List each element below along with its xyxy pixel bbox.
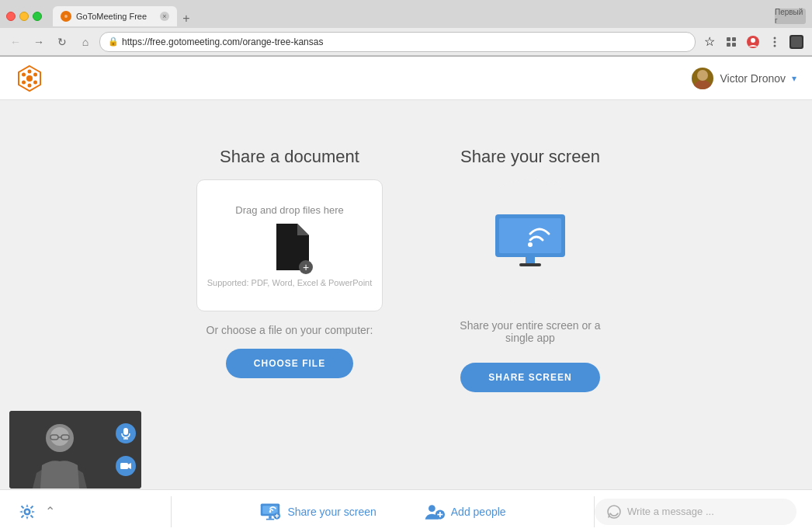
svg-rect-43: [269, 516, 272, 519]
menu-icon[interactable]: [765, 33, 784, 51]
share-screen-title: Share your screen: [460, 147, 600, 167]
camera-button[interactable]: [116, 456, 136, 476]
svg-point-39: [25, 509, 29, 514]
forward-button[interactable]: →: [29, 33, 48, 51]
share-screen-subtitle: Share your entire screen or a single app: [445, 319, 616, 344]
share-screen-section: Share your screen: [445, 147, 616, 392]
drop-zone-text: Drag and drop files here: [235, 204, 343, 216]
browser-nav-bar: ← → ↻ ⌂ 🔒 https://free.gotomeeting.com/o…: [0, 28, 812, 56]
user-menu[interactable]: Victor Dronov ▾: [692, 68, 796, 89]
user-chevron-icon: ▾: [792, 73, 796, 84]
tab-label: GoToMeeting Free: [76, 12, 147, 21]
svg-rect-37: [120, 463, 128, 469]
monitor-icon: [491, 210, 569, 273]
app-header: Victor Dronov ▾: [0, 57, 812, 100]
svg-point-10: [774, 44, 776, 47]
title-bar: GoToMeeting Free × + Первый г: [0, 0, 812, 28]
supported-text: Supported: PDF, Word, Excel & PowerPoint: [207, 278, 373, 287]
tab-bar: GoToMeeting Free × +: [53, 6, 194, 26]
add-people-label: Add people: [451, 506, 506, 518]
settings-gear-button[interactable]: [16, 500, 39, 523]
url-text: https://free.gotomeeting.com/orange-tree…: [122, 37, 323, 47]
svg-point-21: [693, 80, 712, 89]
tab-favicon: [61, 11, 71, 22]
svg-point-15: [28, 69, 32, 73]
bottom-left: ⌃: [16, 500, 171, 523]
add-people-button[interactable]: Add people: [423, 501, 506, 523]
svg-line-53: [609, 514, 609, 517]
bookmark-icon[interactable]: ☆: [700, 33, 719, 51]
back-button[interactable]: ←: [6, 33, 25, 51]
svg-rect-5: [732, 43, 736, 47]
svg-point-14: [26, 75, 33, 82]
svg-point-22: [697, 70, 708, 81]
bottom-right: Write a message ...: [595, 499, 796, 525]
new-tab-button[interactable]: +: [179, 11, 194, 26]
extra-icon[interactable]: [787, 33, 806, 51]
screen-circle: [468, 179, 592, 304]
video-preview: [9, 411, 141, 489]
svg-point-19: [22, 80, 26, 84]
share-document-section: Share a document Drag and drop files her…: [196, 147, 383, 378]
svg-point-7: [751, 38, 755, 43]
svg-rect-3: [732, 37, 736, 41]
svg-rect-34: [123, 428, 128, 435]
bottom-center-actions: Share your screen Add people: [172, 501, 594, 523]
svg-rect-26: [526, 257, 535, 263]
svg-point-30: [50, 427, 69, 446]
svg-point-18: [28, 83, 32, 87]
svg-point-25: [528, 242, 533, 247]
svg-point-48: [429, 505, 435, 512]
svg-rect-4: [727, 43, 730, 47]
svg-rect-44: [266, 518, 275, 520]
nav-icons: ☆: [700, 33, 806, 51]
refresh-button[interactable]: ↻: [53, 33, 71, 51]
svg-point-42: [269, 510, 272, 513]
bottom-bar: ⌃ Share: [0, 489, 812, 532]
svg-rect-27: [519, 263, 541, 266]
share-screen-bottom-button[interactable]: Share your screen: [259, 501, 376, 523]
ssl-lock-icon: 🔒: [108, 37, 119, 47]
browser-tab[interactable]: GoToMeeting Free ×: [53, 6, 177, 26]
svg-point-20: [22, 72, 26, 76]
user-avatar: [692, 68, 713, 89]
plus-badge: +: [299, 260, 313, 274]
microphone-button[interactable]: [116, 423, 136, 443]
share-document-title: Share a document: [220, 147, 359, 167]
app-container: Victor Dronov ▾ Share a document Drag an…: [0, 57, 812, 532]
svg-point-8: [774, 37, 776, 39]
video-thumbnail: [9, 411, 110, 489]
url-bar[interactable]: 🔒 https://free.gotomeeting.com/orange-tr…: [99, 32, 696, 52]
profile-icon[interactable]: [744, 33, 762, 51]
tab-close-button[interactable]: ×: [160, 12, 169, 21]
window-label: Первый г: [775, 9, 806, 24]
svg-rect-12: [791, 37, 802, 47]
drop-zone[interactable]: Drag and drop files here + Supported: PD…: [196, 179, 383, 311]
svg-point-9: [774, 40, 776, 43]
message-input[interactable]: Write a message ...: [595, 499, 796, 525]
file-icon: +: [270, 224, 309, 270]
browser-chrome: GoToMeeting Free × + Первый г ← → ↻ ⌂ 🔒 …: [0, 0, 812, 57]
svg-point-1: [64, 15, 68, 18]
app-logo: [16, 64, 43, 92]
settings-chevron-icon[interactable]: ⌃: [45, 504, 55, 519]
svg-rect-2: [727, 37, 730, 41]
maximize-window-button[interactable]: [33, 12, 42, 21]
svg-point-16: [33, 72, 37, 76]
or-choose-text: Or choose a file on your computer:: [206, 324, 373, 336]
minimize-window-button[interactable]: [19, 12, 29, 21]
user-name: Victor Dronov: [720, 72, 786, 85]
share-screen-button[interactable]: SHARE SCREEN: [460, 363, 599, 392]
svg-point-17: [33, 80, 37, 84]
video-controls: [110, 411, 141, 489]
svg-rect-24: [499, 218, 561, 253]
traffic-lights: [6, 12, 42, 21]
home-button[interactable]: ⌂: [76, 33, 95, 51]
choose-file-button[interactable]: CHOOSE FILE: [226, 349, 353, 378]
share-screen-bottom-label: Share your screen: [287, 506, 376, 518]
message-placeholder: Write a message ...: [627, 506, 714, 517]
extensions-icon[interactable]: [722, 33, 741, 51]
close-window-button[interactable]: [6, 12, 16, 21]
